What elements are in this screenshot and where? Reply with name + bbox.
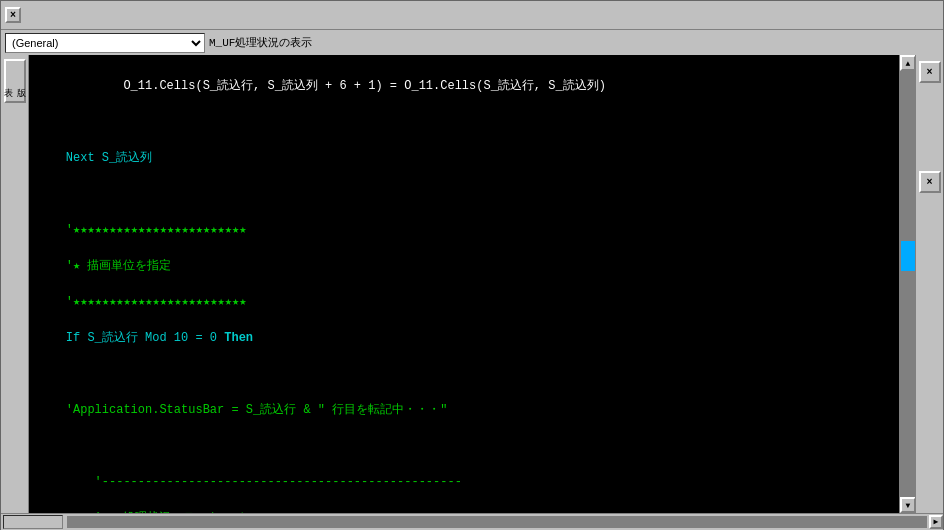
scroll-track[interactable]: [900, 71, 915, 497]
vertical-scrollbar[interactable]: ▲ ▼: [899, 55, 915, 513]
scroll-up-button[interactable]: ▲: [900, 55, 915, 71]
code-area: O_11.Cells(S_読込行, S_読込列 + 6 + 1) = O_11.…: [29, 55, 915, 513]
code-line: '★ 描画単位を指定: [37, 257, 891, 275]
code-line-if: If S_読込行 Mod 10 = 0 Then: [37, 329, 891, 347]
code-line: [37, 185, 891, 203]
code-line: [37, 437, 891, 455]
code-line: 'Application.StatusBar = S_読込行 & " 行目を転記…: [37, 401, 891, 419]
right-panel: × ×: [915, 55, 943, 513]
code-line: '★★★★★★★★★★★★★★★★★★★★★★★★: [37, 221, 891, 239]
toolbar: (General) M_UF処理状況の表示: [1, 29, 943, 55]
main-window: × (General) M_UF処理状況の表示 版表 O_11.Cells(S_…: [0, 0, 944, 530]
code-line: '★★★★★★★★★★★★★★★★★★★★★★★★: [37, 293, 891, 311]
code-content[interactable]: O_11.Cells(S_読込行, S_読込列 + 6 + 1) = O_11.…: [29, 55, 899, 513]
left-panel: 版表: [1, 55, 29, 513]
main-area: 版表 O_11.Cells(S_読込行, S_読込列 + 6 + 1) = O_…: [1, 55, 943, 513]
code-line: O_11.Cells(S_読込行, S_読込列 + 6 + 1) = O_11.…: [37, 77, 891, 95]
bottom-bar: ▶: [1, 513, 943, 529]
module-label: M_UF処理状況の表示: [209, 35, 312, 50]
scroll-thumb[interactable]: [901, 241, 915, 271]
code-line: '- 処理状況ステータスバー: [37, 509, 891, 513]
scroll-right-button[interactable]: ▶: [929, 515, 943, 529]
code-line: '---------------------------------------…: [37, 473, 891, 491]
general-dropdown[interactable]: (General): [5, 33, 205, 53]
right-btn-1[interactable]: ×: [919, 61, 941, 83]
code-line: Next S_読込列: [37, 149, 891, 167]
code-line: [37, 365, 891, 383]
han-hyo-button[interactable]: 版表: [4, 59, 26, 103]
code-line: [37, 113, 891, 131]
right-btn-2[interactable]: ×: [919, 171, 941, 193]
scroll-down-button[interactable]: ▼: [900, 497, 915, 513]
title-bar: ×: [1, 1, 943, 29]
close-button[interactable]: ×: [5, 7, 21, 23]
